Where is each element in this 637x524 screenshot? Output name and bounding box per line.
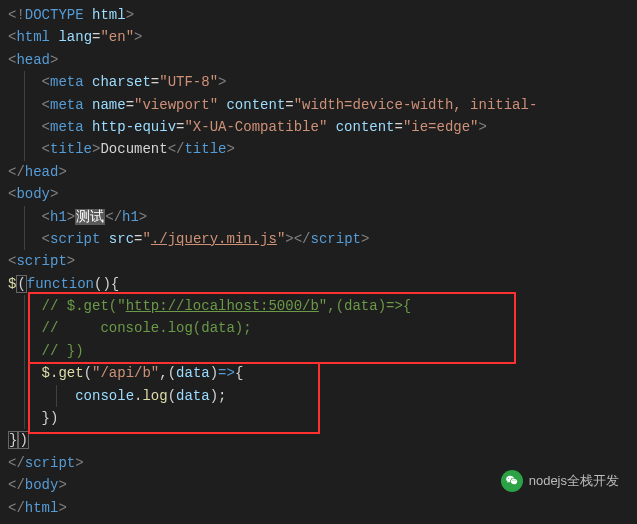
code-editor: <!DOCTYPE html> <html lang="en"> <head> …: [0, 0, 637, 524]
code-line: </html>: [8, 497, 629, 519]
code-line: }): [8, 407, 629, 429]
code-line: <meta charset="UTF-8">: [8, 71, 629, 93]
code-line: <!DOCTYPE html>: [8, 4, 629, 26]
code-line: <title>Document</title>: [8, 138, 629, 160]
code-line: <html lang="en">: [8, 26, 629, 48]
code-line: <h1>测试</h1>: [8, 206, 629, 228]
code-line: $.get("/api/b",(data)=>{: [8, 362, 629, 384]
watermark: nodejs全栈开发: [501, 470, 619, 492]
code-line: console.log(data);: [8, 385, 629, 407]
code-line: </head>: [8, 161, 629, 183]
code-line: <body>: [8, 183, 629, 205]
code-line: <script src="./jquery.min.js"></script>: [8, 228, 629, 250]
code-line: // console.log(data);: [8, 317, 629, 339]
code-line: <meta name="viewport" content="width=dev…: [8, 94, 629, 116]
code-line: <meta http-equiv="X-UA-Compatible" conte…: [8, 116, 629, 138]
code-line: // $.get("http://localhost:5000/b",(data…: [8, 295, 629, 317]
code-line: <head>: [8, 49, 629, 71]
code-line: // }): [8, 340, 629, 362]
wechat-icon: [501, 470, 523, 492]
code-line: <script>: [8, 250, 629, 272]
code-line: }): [8, 429, 629, 451]
code-line: $(function(){: [8, 273, 629, 295]
watermark-text: nodejs全栈开发: [529, 471, 619, 492]
